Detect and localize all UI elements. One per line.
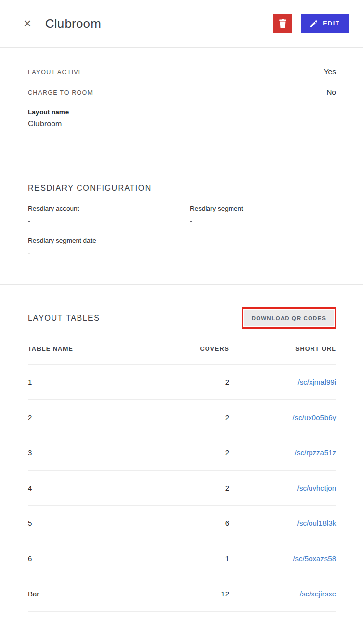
layout-name-field: Layout name Clubroom	[28, 108, 336, 128]
summary-row-layout-active: LAYOUT ACTIVE Yes	[28, 67, 336, 76]
table-name-cell: 6	[28, 554, 156, 563]
layout-name-value: Clubroom	[28, 120, 336, 128]
short-url-link[interactable]: /sc/5oxazs58	[229, 554, 336, 563]
column-header-covers: COVERS	[156, 346, 229, 352]
resdiary-segment-date-value: -	[28, 248, 190, 257]
resdiary-segment-date-label: Resdiary segment date	[28, 237, 190, 244]
trash-icon	[279, 19, 287, 28]
short-url-link[interactable]: /sc/uvhctjon	[229, 484, 336, 492]
table-row: 5 6 /sc/oul18l3k	[28, 506, 336, 541]
table-row: 2 2 /sc/ux0o5b6y	[28, 400, 336, 435]
summary-row-charge-to-room: CHARGE TO ROOM No	[28, 88, 336, 97]
charge-to-room-label: CHARGE TO ROOM	[28, 89, 93, 96]
table-row: Bar 12 /sc/xejirsxe	[28, 576, 336, 612]
layout-active-label: LAYOUT ACTIVE	[28, 69, 83, 75]
layout-tables-heading: LAYOUT TABLES	[28, 314, 100, 322]
charge-to-room-value: No	[326, 88, 336, 97]
layout-active-value: Yes	[324, 67, 336, 76]
short-url-link[interactable]: /sc/ux0o5b6y	[229, 413, 336, 421]
delete-button[interactable]	[273, 14, 292, 33]
covers-cell: 2	[156, 413, 229, 421]
edit-button-label: EDIT	[323, 20, 340, 27]
short-url-link[interactable]: /sc/xejirsxe	[229, 590, 336, 598]
resdiary-segment-value: -	[190, 217, 336, 225]
layout-name-label: Layout name	[28, 108, 336, 116]
covers-cell: 12	[156, 590, 229, 598]
resdiary-segment-field: Resdiary segment -	[190, 205, 336, 225]
short-url-link[interactable]: /sc/oul18l3k	[229, 519, 336, 527]
download-qr-codes-button[interactable]: DOWNLOAD QR CODES	[244, 310, 334, 326]
covers-cell: 1	[156, 554, 229, 563]
edit-button[interactable]: EDIT	[301, 14, 349, 33]
table-name-cell: 5	[28, 519, 156, 527]
table-name-cell: 4	[28, 484, 156, 492]
pencil-icon	[310, 20, 317, 27]
short-url-link[interactable]: /sc/xjmal99i	[229, 378, 336, 386]
summary-section: LAYOUT ACTIVE Yes CHARGE TO ROOM No Layo…	[0, 48, 363, 157]
table-name-cell: Bar	[28, 590, 156, 598]
column-header-short-url: SHORT URL	[229, 346, 336, 352]
table-row: 4 2 /sc/uvhctjon	[28, 471, 336, 506]
panel-header: × Clubroom EDIT	[0, 0, 363, 48]
resdiary-segment-date-field: Resdiary segment date -	[28, 237, 190, 257]
table-name-cell: 1	[28, 378, 156, 386]
table-row: 3 2 /sc/rpzza51z	[28, 435, 336, 471]
page-title: Clubroom	[45, 16, 101, 31]
layout-tables-section: LAYOUT TABLES DOWNLOAD QR CODES TABLE NA…	[0, 285, 363, 612]
table-row: 6 1 /sc/5oxazs58	[28, 541, 336, 576]
close-icon[interactable]: ×	[24, 17, 31, 30]
covers-cell: 2	[156, 448, 229, 457]
covers-cell: 2	[156, 378, 229, 386]
covers-cell: 2	[156, 484, 229, 492]
download-qr-codes-highlight: DOWNLOAD QR CODES	[242, 307, 336, 329]
resdiary-section: RESDIARY CONFIGURATION Resdiary account …	[0, 157, 363, 285]
table-name-cell: 3	[28, 448, 156, 457]
resdiary-account-value: -	[28, 217, 190, 225]
column-header-table-name: TABLE NAME	[28, 346, 156, 352]
resdiary-segment-label: Resdiary segment	[190, 205, 336, 212]
resdiary-heading: RESDIARY CONFIGURATION	[28, 184, 336, 193]
table-name-cell: 2	[28, 413, 156, 421]
resdiary-account-label: Resdiary account	[28, 205, 190, 212]
resdiary-fields: Resdiary account - Resdiary segment - Re…	[28, 205, 336, 257]
covers-cell: 6	[156, 519, 229, 527]
table-row: 1 2 /sc/xjmal99i	[28, 365, 336, 400]
short-url-link[interactable]: /sc/rpzza51z	[229, 448, 336, 457]
layout-tables-header-bar: LAYOUT TABLES DOWNLOAD QR CODES	[28, 307, 336, 329]
table-header-row: TABLE NAME COVERS SHORT URL	[28, 346, 336, 365]
resdiary-account-field: Resdiary account -	[28, 205, 190, 225]
